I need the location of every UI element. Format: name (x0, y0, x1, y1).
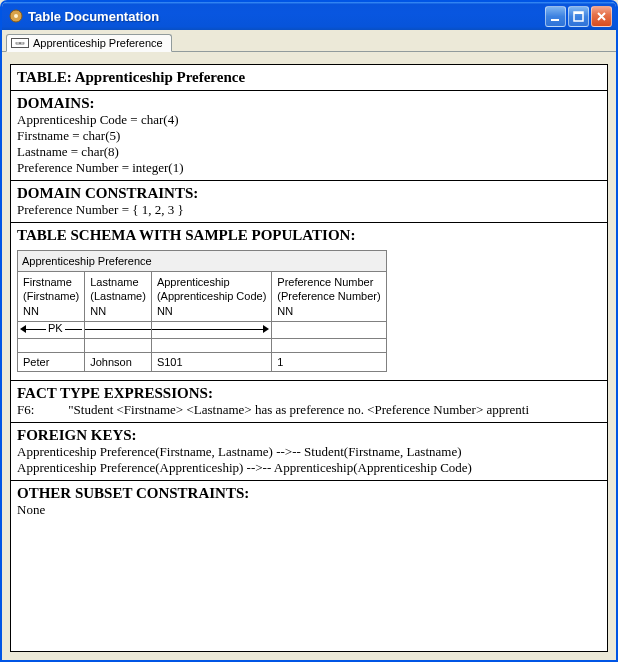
domain-line: Preference Number = integer(1) (17, 160, 601, 176)
window-title: Table Documentation (28, 9, 545, 24)
col-header: Apprenticeship (Apprenticeship Code) NN (151, 272, 271, 322)
svg-rect-2 (551, 19, 559, 21)
subset-constraints-section: OTHER SUBSET CONSTRAINTS: None (11, 481, 607, 522)
app-window: Table Documentation ▭▭ Apprenticeship Pr… (0, 0, 618, 662)
foreign-keys-heading: FOREIGN KEYS: (17, 427, 601, 444)
app-icon (8, 8, 24, 24)
schema-caption: Apprenticeship Preference (18, 251, 387, 272)
fact-types-section: FACT TYPE EXPRESSIONS: F6: "Student <Fir… (11, 381, 607, 423)
domain-line: Apprenticeship Code = char(4) (17, 112, 601, 128)
schema-table: Apprenticeship Preference Firstname (Fir… (17, 250, 387, 372)
schema-table-wrap: Apprenticeship Preference Firstname (Fir… (17, 250, 387, 372)
domain-line: Firstname = char(5) (17, 128, 601, 144)
client-area: ▭▭ Apprenticeship Preference TABLE: Appr… (2, 30, 616, 660)
spacer-row (18, 338, 387, 352)
titlebar[interactable]: Table Documentation (2, 2, 616, 30)
subset-constraints-heading: OTHER SUBSET CONSTRAINTS: (17, 485, 601, 502)
domain-constraint-line: Preference Number = { 1, 2, 3 } (17, 202, 601, 218)
close-button[interactable] (591, 6, 612, 27)
close-icon (596, 11, 607, 22)
minimize-icon (550, 11, 561, 22)
pk-indicator-row: PK (18, 321, 387, 338)
fact-types-heading: FACT TYPE EXPRESSIONS: (17, 385, 601, 402)
domain-constraints-section: DOMAIN CONSTRAINTS: Preference Number = … (11, 181, 607, 223)
schema-section: TABLE SCHEMA WITH SAMPLE POPULATION: App… (11, 223, 607, 381)
table-icon: ▭▭ (11, 38, 29, 48)
col-header: Firstname (Firstname) NN (18, 272, 85, 322)
table-heading: TABLE: Apprenticeship Preference (17, 69, 601, 86)
maximize-button[interactable] (568, 6, 589, 27)
pk-label: PK (46, 322, 65, 334)
tab-apprenticeship-preference[interactable]: ▭▭ Apprenticeship Preference (6, 34, 172, 52)
data-row: Peter Johnson S101 1 (18, 352, 387, 371)
col-header: Lastname (Lastname) NN (85, 272, 152, 322)
data-cell: Johnson (85, 352, 152, 371)
tab-label: Apprenticeship Preference (33, 37, 163, 49)
domains-heading: DOMAINS: (17, 95, 601, 112)
schema-heading: TABLE SCHEMA WITH SAMPLE POPULATION: (17, 227, 601, 244)
data-cell: S101 (151, 352, 271, 371)
foreign-keys-section: FOREIGN KEYS: Apprenticeship Preference(… (11, 423, 607, 481)
table-header-section: TABLE: Apprenticeship Preference (11, 65, 607, 91)
domain-line: Lastname = char(8) (17, 144, 601, 160)
document-content: TABLE: Apprenticeship Preference DOMAINS… (10, 64, 608, 652)
data-cell: 1 (272, 352, 386, 371)
window-buttons (545, 6, 612, 27)
minimize-button[interactable] (545, 6, 566, 27)
data-cell: Peter (18, 352, 85, 371)
schema-header-row: Firstname (Firstname) NN Lastname (Lastn… (18, 272, 387, 322)
fk-line: Apprenticeship Preference(Firstname, Las… (17, 444, 601, 460)
fact-type-line: F6: "Student <Firstname> <Lastname> has … (17, 402, 601, 418)
maximize-icon (573, 11, 584, 22)
tab-bar: ▭▭ Apprenticeship Preference (2, 30, 616, 52)
fk-line: Apprenticeship Preference(Apprenticeship… (17, 460, 601, 476)
col-header: Preference Number (Preference Number) NN (272, 272, 386, 322)
svg-rect-4 (574, 12, 583, 14)
svg-point-1 (14, 14, 18, 18)
subset-constraint-text: None (17, 502, 601, 518)
domain-constraints-heading: DOMAIN CONSTRAINTS: (17, 185, 601, 202)
domains-section: DOMAINS: Apprenticeship Code = char(4) F… (11, 91, 607, 181)
content-wrap: TABLE: Apprenticeship Preference DOMAINS… (2, 52, 616, 660)
